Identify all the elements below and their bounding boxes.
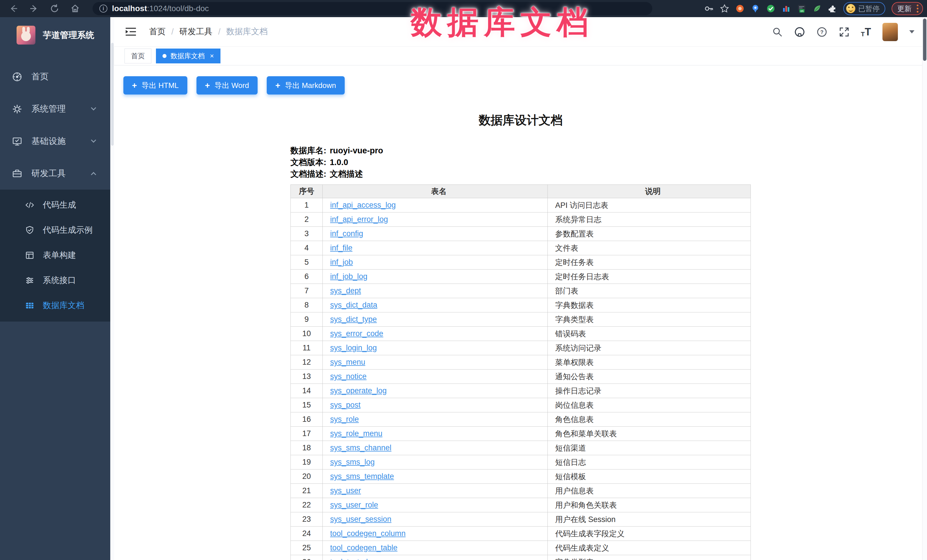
row-index: 26 bbox=[291, 555, 323, 560]
table-name-link[interactable]: inf_job_log bbox=[330, 272, 368, 281]
sidebar-item-system-api[interactable]: 系统接口 bbox=[0, 268, 110, 293]
bookmark-star-icon[interactable] bbox=[720, 4, 729, 13]
table-description: 定时任务日志表 bbox=[548, 270, 751, 284]
table-name-link[interactable]: sys_user_role bbox=[330, 501, 378, 509]
table-name-link[interactable]: tool_codegen_table bbox=[330, 543, 398, 552]
extension-on-badge-icon[interactable]: on bbox=[797, 4, 806, 13]
table-name-link[interactable]: sys_menu bbox=[330, 358, 365, 366]
breadcrumb-devtools[interactable]: 研发工具 bbox=[179, 26, 213, 37]
browser-menu-icon[interactable] bbox=[916, 3, 919, 14]
extension-pin-icon[interactable] bbox=[751, 4, 760, 13]
page-scrollbar[interactable] bbox=[922, 17, 927, 560]
table-name-link[interactable]: sys_dept bbox=[330, 287, 361, 295]
tag-db-doc[interactable]: 数据库文档 bbox=[156, 49, 220, 64]
sidebar-item-label: 研发工具 bbox=[31, 168, 66, 179]
toolbox-icon bbox=[12, 168, 22, 179]
sidebar-item-infra[interactable]: 基础设施 bbox=[0, 125, 110, 157]
user-menu-caret-icon[interactable] bbox=[909, 30, 915, 33]
profile-paused-chip[interactable]: 已暂停 bbox=[843, 2, 885, 15]
table-name-link[interactable]: sys_role_menu bbox=[330, 429, 382, 438]
table-description: 角色和菜单关联表 bbox=[548, 426, 751, 441]
table-name-link[interactable]: inf_api_access_log bbox=[330, 201, 396, 209]
table-row: 11 sys_login_log 系统访问记录 bbox=[291, 341, 751, 355]
font-size-icon[interactable] bbox=[861, 26, 871, 38]
table-row: 13 sys_notice 通知公告表 bbox=[291, 370, 751, 384]
table-description: 部门表 bbox=[548, 284, 751, 298]
fullscreen-icon[interactable] bbox=[839, 27, 849, 37]
sidebar: 芋道管理系统 首页 系统管理 基础设施 研发工具 bbox=[0, 17, 110, 560]
table-name-link[interactable]: sys_sms_template bbox=[330, 472, 394, 481]
table-row: 15 sys_post 岗位信息表 bbox=[291, 398, 751, 412]
app-logo-row[interactable]: 芋道管理系统 bbox=[0, 17, 110, 49]
extension-chart-icon[interactable] bbox=[782, 4, 791, 13]
help-icon[interactable]: ? bbox=[816, 27, 827, 37]
key-icon[interactable] bbox=[705, 4, 714, 13]
table-name-link[interactable]: sys_post bbox=[330, 401, 361, 409]
extension-green-check-icon[interactable] bbox=[766, 4, 775, 13]
breadcrumb-home[interactable]: 首页 bbox=[149, 26, 166, 37]
home-icon[interactable] bbox=[70, 4, 80, 14]
export-word-button[interactable]: 导出 Word bbox=[196, 76, 258, 94]
sidebar-item-system[interactable]: 系统管理 bbox=[0, 93, 110, 125]
document-title: 数据库设计文档 bbox=[290, 112, 751, 128]
sidebar-scrollbar[interactable] bbox=[110, 17, 114, 560]
table-name-link[interactable]: sys_role bbox=[330, 415, 359, 423]
sidebar-item-codegen[interactable]: 代码生成 bbox=[0, 193, 110, 218]
table-name-link[interactable]: sys_notice bbox=[330, 372, 367, 381]
table-name-link[interactable]: sys_login_log bbox=[330, 343, 377, 352]
table-name-link[interactable]: sys_error_code bbox=[330, 329, 383, 338]
address-bar[interactable]: localhost:1024/tool/db-doc bbox=[93, 2, 652, 15]
sidebar-item-db-doc[interactable]: 数据库文档 bbox=[0, 293, 110, 318]
export-markdown-button[interactable]: 导出 Markdown bbox=[267, 76, 345, 94]
extension-leaf-icon[interactable] bbox=[813, 4, 822, 13]
table-row: 17 sys_role_menu 角色和菜单关联表 bbox=[291, 426, 751, 441]
table-name-link[interactable]: inf_file bbox=[330, 244, 353, 252]
extension-orange-icon[interactable] bbox=[736, 4, 745, 13]
table-row: 9 sys_dict_type 字典类型表 bbox=[291, 313, 751, 327]
reload-icon[interactable] bbox=[50, 4, 59, 14]
row-index: 3 bbox=[291, 227, 323, 241]
extensions-puzzle-icon[interactable] bbox=[828, 4, 837, 13]
table-description: 错误码表 bbox=[548, 327, 751, 341]
table-name-link[interactable]: inf_config bbox=[330, 229, 363, 238]
sidebar-item-codegen-demo[interactable]: 代码生成示例 bbox=[0, 218, 110, 243]
table-name-link[interactable]: sys_dict_data bbox=[330, 301, 377, 309]
avatar[interactable] bbox=[883, 23, 898, 41]
table-name-link[interactable]: sys_dict_type bbox=[330, 315, 377, 323]
table-name-link[interactable]: sys_sms_channel bbox=[330, 443, 392, 452]
sidebar-item-home[interactable]: 首页 bbox=[0, 61, 110, 93]
close-icon[interactable] bbox=[210, 53, 214, 59]
search-icon[interactable] bbox=[772, 27, 783, 37]
table-row: 6 inf_job_log 定时任务日志表 bbox=[291, 270, 751, 284]
gear-icon bbox=[12, 104, 22, 114]
row-index: 6 bbox=[291, 270, 323, 284]
site-info-icon[interactable] bbox=[99, 5, 107, 12]
sidebar-item-form-builder[interactable]: 表单构建 bbox=[0, 243, 110, 268]
table-name-link[interactable]: tool_codegen_column bbox=[330, 529, 406, 538]
svg-text:?: ? bbox=[820, 29, 823, 35]
column-header-desc: 说明 bbox=[548, 185, 751, 198]
breadcrumb-current: 数据库文档 bbox=[226, 26, 267, 37]
table-name-link[interactable]: sys_sms_log bbox=[330, 458, 375, 466]
tag-home[interactable]: 首页 bbox=[125, 49, 151, 64]
sidebar-item-label: 代码生成示例 bbox=[43, 225, 93, 236]
plus-icon bbox=[275, 80, 280, 90]
sidebar-item-label: 系统接口 bbox=[43, 275, 76, 286]
browser-update-button[interactable]: 更新 bbox=[892, 2, 923, 15]
collapse-sidebar-icon[interactable] bbox=[125, 27, 137, 37]
forward-icon[interactable] bbox=[29, 4, 39, 14]
sidebar-item-devtools[interactable]: 研发工具 bbox=[0, 157, 110, 190]
table-name-link[interactable]: tool_test_demo bbox=[330, 558, 383, 560]
export-html-button[interactable]: 导出 HTML bbox=[123, 76, 187, 94]
paused-label: 已暂停 bbox=[858, 4, 880, 14]
back-icon[interactable] bbox=[9, 4, 18, 14]
table-name-link[interactable]: sys_user_session bbox=[330, 515, 392, 524]
table-name-link[interactable]: inf_job bbox=[330, 258, 353, 266]
tables-index-table: 序号 表名 说明 1 inf_api_access_log API 访问日志表 … bbox=[290, 185, 751, 560]
table-name-link[interactable]: inf_api_error_log bbox=[330, 215, 388, 224]
github-icon[interactable] bbox=[794, 27, 805, 37]
table-name-link[interactable]: sys_user bbox=[330, 486, 361, 495]
row-index: 4 bbox=[291, 241, 323, 255]
table-name-link[interactable]: sys_operate_log bbox=[330, 386, 387, 395]
table-row: 2 inf_api_error_log 系统异常日志 bbox=[291, 212, 751, 227]
